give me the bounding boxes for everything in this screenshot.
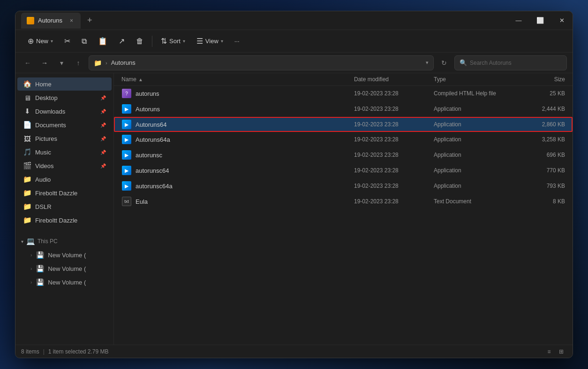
close-button[interactable]: ✕ <box>551 11 573 30</box>
file-date: 19-02-2023 23:28 <box>354 183 434 189</box>
forward-button[interactable]: → <box>38 56 51 69</box>
column-type-header[interactable]: Type <box>434 76 518 83</box>
txt-file-icon: txt <box>122 197 131 206</box>
sidebar-item-volume3[interactable]: › 💾 New Volume ( <box>17 276 112 289</box>
table-row[interactable]: ▶ autorunsc64 19-02-2023 23:28 Applicati… <box>114 163 573 178</box>
sidebar-item-fireboltt2[interactable]: 📁 Fireboltt Dazzle <box>17 214 112 227</box>
list-view-button[interactable]: ≡ <box>543 346 555 357</box>
volume1-label: New Volume ( <box>48 252 86 259</box>
file-name: Eula <box>136 198 354 205</box>
table-row[interactable]: ▶ autorunsc 19-02-2023 23:28 Application… <box>114 147 573 163</box>
pictures-icon: 🖼 <box>23 134 31 143</box>
list-header: Name ▲ Date modified Type Size <box>114 73 573 86</box>
file-size: 696 KB <box>518 152 565 158</box>
tab-close-button[interactable]: × <box>68 16 75 25</box>
sidebar-item-pictures[interactable]: 🖼 Pictures 📌 <box>17 132 112 145</box>
sidebar-dslr-label: DSLR <box>35 203 52 210</box>
back-button[interactable]: ← <box>21 56 34 69</box>
up-button[interactable]: ↑ <box>72 56 85 69</box>
pin-icon-pictures: 📌 <box>100 136 106 141</box>
new-button[interactable]: ⊕ New ▾ <box>23 34 58 48</box>
new-tab-button[interactable]: + <box>84 15 95 26</box>
file-date: 19-02-2023 23:28 <box>354 121 434 128</box>
documents-icon: 📄 <box>23 121 31 129</box>
table-row[interactable]: ▶ Autoruns 19-02-2023 23:28 Application … <box>114 101 573 117</box>
maximize-button[interactable]: ⬜ <box>529 11 551 30</box>
pin-icon-music: 📌 <box>100 150 106 155</box>
sidebar-item-music[interactable]: 🎵 Music 📌 <box>17 146 112 159</box>
copy-button[interactable]: ⧉ <box>77 34 91 48</box>
sidebar-item-desktop[interactable]: 🖥 Desktop 📌 <box>17 91 112 104</box>
sidebar-item-documents[interactable]: 📄 Documents 📌 <box>17 118 112 131</box>
column-size-header[interactable]: Size <box>518 76 565 83</box>
delete-button[interactable]: 🗑 <box>131 34 148 48</box>
file-name: autorunsc64a <box>136 183 354 190</box>
volume2-expander: › <box>30 266 32 271</box>
paste-icon: 📋 <box>98 37 107 46</box>
address-dropdown-arrow[interactable]: ▾ <box>426 60 429 66</box>
file-explorer-window: Autoruns × + — ⬜ ✕ ⊕ New ▾ ✂ ⧉ 📋 ↗ 🗑 <box>15 11 573 358</box>
cut-button[interactable]: ✂ <box>60 34 75 48</box>
file-name: autorunsc <box>136 152 354 159</box>
file-icon: ▶ <box>121 181 132 191</box>
sidebar-pictures-label: Pictures <box>35 135 57 142</box>
window-tab[interactable]: Autoruns × <box>21 13 81 29</box>
grid-view-button[interactable]: ⊞ <box>556 346 567 357</box>
table-row[interactable]: ▶ autorunsc64a 19-02-2023 23:28 Applicat… <box>114 178 573 194</box>
pin-icon-videos: 📌 <box>100 163 106 169</box>
table-row[interactable]: ▶ Autoruns64a 19-02-2023 23:28 Applicati… <box>114 132 573 147</box>
file-name: autoruns <box>136 90 354 97</box>
this-pc-expander[interactable]: ▾ 💻 This PC <box>15 235 113 248</box>
column-date-header[interactable]: Date modified <box>354 76 434 83</box>
sidebar-item-videos[interactable]: 🎬 Videos 📌 <box>17 159 112 172</box>
minimize-button[interactable]: — <box>508 11 529 30</box>
search-icon: 🔍 <box>460 59 467 66</box>
sidebar-audio-label: Audio <box>35 176 51 183</box>
sort-dropdown-arrow: ▾ <box>183 38 185 44</box>
file-type: Compiled HTML Help file <box>434 90 518 97</box>
paste-button[interactable]: 📋 <box>93 34 112 48</box>
search-bar[interactable]: 🔍 Search Autoruns <box>454 55 567 70</box>
app-file-icon: ▶ <box>122 104 131 114</box>
downloads-icon: ⬇ <box>23 107 31 115</box>
sidebar-item-downloads[interactable]: ⬇ Downloads 📌 <box>17 105 112 118</box>
refresh-button[interactable]: ↻ <box>437 56 451 69</box>
sidebar-item-volume1[interactable]: › 💾 New Volume ( <box>17 248 112 261</box>
file-name: Autoruns64 <box>136 121 354 128</box>
app-file-icon: ▶ <box>122 166 131 175</box>
more-button[interactable]: ··· <box>230 35 244 47</box>
file-type: Application <box>434 106 518 112</box>
table-row[interactable]: ▶ Autoruns64 19-02-2023 23:28 Applicatio… <box>114 117 573 132</box>
selection-info: 1 item selected 2.79 MB <box>48 348 109 355</box>
table-row[interactable]: txt Eula 19-02-2023 23:28 Text Document … <box>114 194 573 209</box>
sidebar-item-fireboltt1[interactable]: 📁 Fireboltt Dazzle <box>17 186 112 200</box>
sidebar-item-audio[interactable]: 📁 Audio <box>17 173 112 186</box>
share-button[interactable]: ↗ <box>114 34 129 48</box>
toolbar-separator <box>152 36 152 47</box>
sidebar-item-home[interactable]: 🏠 Home <box>17 77 112 91</box>
sidebar-item-volume2[interactable]: › 💾 New Volume ( <box>17 262 112 275</box>
sidebar-music-label: Music <box>35 149 51 156</box>
window-controls: — ⬜ ✕ <box>508 11 573 30</box>
view-button[interactable]: ☰ View ▾ <box>192 34 228 48</box>
file-type: Application <box>434 136 518 143</box>
app-file-icon: ▶ <box>122 181 131 191</box>
file-icon: ▶ <box>121 165 132 176</box>
sort-button[interactable]: ⇅ Sort ▾ <box>156 34 190 48</box>
column-name-header[interactable]: Name ▲ <box>121 76 354 83</box>
address-chevron: › <box>106 60 107 66</box>
history-button[interactable]: ▾ <box>55 56 68 69</box>
file-date: 19-02-2023 23:28 <box>354 152 434 158</box>
address-input[interactable]: 📁 › Autoruns ▾ <box>89 55 434 70</box>
videos-icon: 🎬 <box>23 161 31 170</box>
sidebar-item-dslr[interactable]: 📁 DSLR <box>17 200 112 213</box>
share-icon: ↗ <box>119 37 125 46</box>
search-placeholder: Search Autoruns <box>470 60 512 66</box>
table-row[interactable]: ? autoruns 19-02-2023 23:28 Compiled HTM… <box>114 86 573 101</box>
volume3-icon: 💾 <box>36 278 44 286</box>
volume2-label: New Volume ( <box>48 265 86 272</box>
this-pc-label: This PC <box>38 238 58 245</box>
file-type: Text Document <box>434 198 518 205</box>
help-file-icon: ? <box>122 89 131 98</box>
volume1-icon: 💾 <box>36 251 44 259</box>
